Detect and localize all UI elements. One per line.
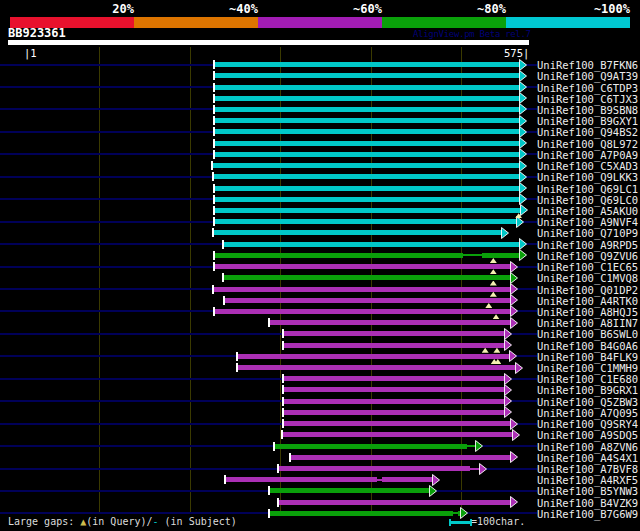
alignment-bar-segment[interactable] (213, 287, 511, 292)
alignment-bar-segment[interactable] (225, 477, 377, 482)
hit-label[interactable]: UniRef100_A7P0A9 (537, 149, 638, 161)
arrowhead-icon (519, 160, 528, 172)
hit-label[interactable]: UniRef100_B6SWL0 (537, 328, 638, 340)
alignment-start-tick (282, 374, 284, 383)
hit-label[interactable]: UniRef100_C1EC65 (537, 261, 638, 273)
hit-label[interactable]: UniRef100_Q9LKK3 (537, 171, 638, 183)
hit-label[interactable]: UniRef100_A8HQJ5 (537, 306, 638, 318)
alignment-bar-segment[interactable] (482, 253, 520, 258)
hit-label[interactable]: UniRef100_C1E680 (537, 373, 638, 385)
hit-label[interactable]: UniRef100_C1MVQ8 (537, 272, 638, 284)
alignment-bar-segment[interactable] (213, 230, 502, 235)
hit-label[interactable]: UniRef100_B9GRX1 (537, 384, 638, 396)
alignment-bar-segment[interactable] (214, 96, 520, 101)
alignment-bar-segment[interactable] (283, 421, 511, 426)
hit-label[interactable]: UniRef100_B5YNW3 (537, 485, 638, 497)
hit-label[interactable]: UniRef100_B4FLK9 (537, 351, 638, 363)
alignment-start-tick (213, 127, 215, 136)
alignment-bar-segment[interactable] (214, 309, 511, 314)
large-gaps-prefix: Large gaps: (8, 516, 80, 527)
hit-label[interactable]: UniRef100_Q9ZVU6 (537, 250, 638, 262)
hit-label[interactable]: UniRef100_Q69LC1 (537, 183, 638, 195)
alignment-bar-segment[interactable] (212, 163, 520, 168)
alignment-bar-segment[interactable] (224, 298, 511, 303)
alignment-bar-segment[interactable] (283, 331, 505, 336)
alignment-bar-segment[interactable] (237, 365, 516, 370)
hit-label[interactable]: UniRef100_C6TDP3 (537, 82, 638, 94)
alignment-bar-segment[interactable] (269, 488, 429, 493)
hit-label[interactable]: UniRef100_B7G6W9 (537, 508, 638, 520)
hit-label[interactable]: UniRef100_A4S4X1 (537, 452, 638, 464)
hit-label[interactable]: UniRef100_A7Q095 (537, 407, 638, 419)
alignment-bar-segment[interactable] (269, 511, 453, 516)
hit-label[interactable]: UniRef100_Q710P9 (537, 227, 638, 239)
arrowhead-icon (519, 193, 528, 205)
arrowhead-icon (510, 272, 519, 284)
alignment-bar-segment[interactable] (382, 477, 433, 482)
hit-label[interactable]: UniRef100_A8IIN7 (537, 317, 638, 329)
alignment-bar-segment[interactable] (269, 320, 511, 325)
alignment-start-tick (281, 430, 283, 439)
hit-label[interactable]: UniRef100_A5AKU0 (537, 205, 638, 217)
alignment-bar-segment[interactable] (223, 275, 511, 280)
hit-label[interactable]: UniRef100_B4G0A6 (537, 340, 638, 352)
hit-label[interactable]: UniRef100_B7FKN6 (537, 59, 638, 71)
hit-label[interactable]: UniRef100_C1MMH9 (537, 362, 638, 374)
large-gaps-suffix: (in Subject) (159, 516, 237, 527)
alignment-bar-segment[interactable] (214, 264, 511, 269)
alignment-bar-segment[interactable] (283, 343, 505, 348)
alignment-bar-segment[interactable] (290, 455, 511, 460)
hit-label[interactable]: UniRef100_B4VZK9 (537, 497, 638, 509)
alignment-bar-segment[interactable] (214, 219, 516, 224)
hit-label[interactable]: UniRef100_Q94BS2 (537, 126, 638, 138)
alignment-bar-segment[interactable] (214, 107, 520, 112)
alignment-bar-segment[interactable] (214, 197, 520, 202)
alignment-bar-segment[interactable] (278, 500, 511, 505)
alignment-bar-segment[interactable] (214, 253, 463, 258)
hit-label[interactable]: UniRef100_B9GXY1 (537, 115, 638, 127)
alignment-bar-segment[interactable] (213, 174, 520, 179)
alignment-bar-segment[interactable] (283, 376, 505, 381)
alignment-bar-segment[interactable] (214, 208, 521, 213)
hit-label[interactable]: UniRef100_C5XAD3 (537, 160, 638, 172)
hit-label[interactable]: UniRef100_Q9SRY4 (537, 418, 638, 430)
watermark-text: AlignView.pm Beta rel.7 (413, 29, 531, 39)
subject-gap-line (377, 479, 382, 481)
alignment-bar-segment[interactable] (283, 410, 505, 415)
hit-label[interactable]: UniRef100_C6TJX3 (537, 93, 638, 105)
alignment-bar-segment[interactable] (223, 242, 520, 247)
subject-gap-line (453, 512, 458, 514)
hit-label[interactable]: UniRef100_Q5ZBW3 (537, 396, 638, 408)
alignment-bar-segment[interactable] (274, 444, 467, 449)
alignment-bar-segment[interactable] (214, 141, 520, 146)
arrowhead-icon (519, 81, 528, 93)
hit-label[interactable]: UniRef100_Q8L972 (537, 138, 638, 150)
alignment-bar-segment[interactable] (214, 129, 520, 134)
hit-label[interactable]: UniRef100_A9NVF4 (537, 216, 638, 228)
hit-label[interactable]: UniRef100_A9SDQ5 (537, 429, 638, 441)
alignment-bar-segment[interactable] (214, 73, 520, 78)
hit-label[interactable]: UniRef100_A4RTK0 (537, 295, 638, 307)
alignment-bar-segment[interactable] (214, 152, 520, 157)
arrowhead-icon (504, 406, 513, 418)
hit-label[interactable]: UniRef100_Q9AT39 (537, 70, 638, 82)
ruler-end-label: 575| (504, 47, 529, 59)
alignment-bar-segment[interactable] (283, 387, 505, 392)
alignment-bar-segment[interactable] (237, 354, 510, 359)
alignment-bar-segment[interactable] (282, 432, 513, 437)
alignment-bar-segment[interactable] (214, 118, 520, 123)
alignment-bar-segment[interactable] (214, 186, 520, 191)
alignment-bar-segment[interactable] (214, 85, 520, 90)
alignment-start-tick (268, 486, 270, 495)
alignment-bar-segment[interactable] (278, 466, 470, 471)
hit-label[interactable]: UniRef100_Q01DP2 (537, 284, 638, 296)
alignment-bar-segment[interactable] (283, 399, 505, 404)
hit-label[interactable]: UniRef100_A8ZVN6 (537, 441, 638, 453)
hit-label[interactable]: UniRef100_A9RPD5 (537, 239, 638, 251)
hit-label[interactable]: UniRef100_B9SBN8 (537, 104, 638, 116)
hit-label[interactable]: UniRef100_A4RXF5 (537, 474, 638, 486)
hit-label[interactable]: UniRef100_Q69LC0 (537, 194, 638, 206)
alignment-bar-segment[interactable] (214, 62, 520, 67)
hit-label[interactable]: UniRef100_A7BVF8 (537, 463, 638, 475)
query-gap-triangle-icon (490, 269, 497, 274)
